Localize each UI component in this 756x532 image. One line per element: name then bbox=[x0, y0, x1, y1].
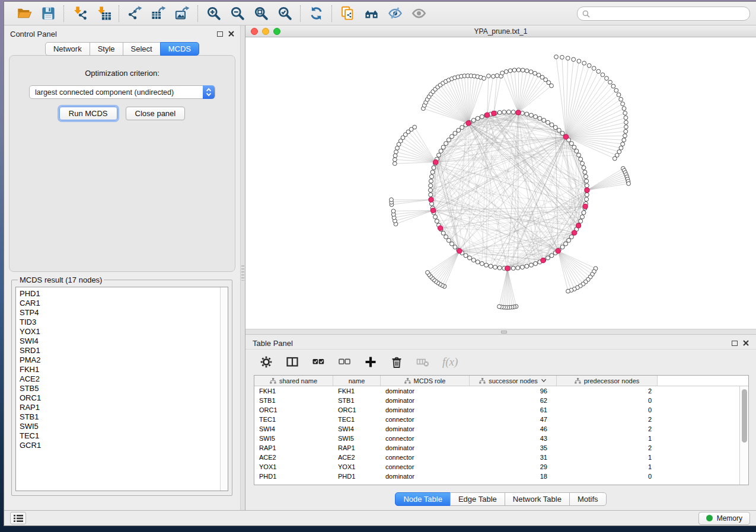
table-cell[interactable]: RAP1 bbox=[333, 444, 381, 451]
table-row[interactable]: RAP1RAP1dominator352 bbox=[254, 443, 748, 453]
mcds-result-item[interactable]: YOX1 bbox=[20, 327, 228, 336]
import-table-button[interactable] bbox=[94, 4, 113, 23]
table-cell[interactable]: YOX1 bbox=[333, 463, 381, 470]
export-network-button[interactable] bbox=[125, 4, 144, 23]
table-cell[interactable]: 35 bbox=[470, 444, 557, 451]
column-header-name[interactable]: name bbox=[333, 376, 381, 386]
mcds-result-item[interactable]: TEC1 bbox=[20, 431, 228, 441]
close-panel-icon[interactable] bbox=[228, 31, 234, 37]
table-cell[interactable]: 0 bbox=[557, 473, 658, 480]
window-minimize-icon[interactable] bbox=[262, 28, 269, 35]
show-graphics-details-button[interactable] bbox=[409, 4, 428, 23]
column-header-shared-name[interactable]: shared name bbox=[254, 376, 333, 386]
zoom-in-button[interactable] bbox=[204, 4, 223, 23]
table-cell[interactable]: SWI4 bbox=[333, 425, 381, 432]
table-cell[interactable]: connector bbox=[381, 463, 470, 470]
mcds-list-scrollbar[interactable] bbox=[220, 287, 228, 491]
mcds-result-list[interactable]: PHD1CAR1STP4TID3YOX1SWI4SRD1PMA2FKH1ACE2… bbox=[15, 287, 228, 491]
save-session-button[interactable] bbox=[39, 4, 58, 23]
table-cell[interactable]: SWI5 bbox=[333, 435, 381, 442]
table-scrollbar-thumb[interactable] bbox=[742, 389, 747, 443]
mcds-result-item[interactable]: STP4 bbox=[20, 308, 228, 318]
table-tab-motifs[interactable]: Motifs bbox=[569, 492, 607, 506]
mcds-result-item[interactable]: GCR1 bbox=[20, 441, 228, 450]
hide-graphics-details-button[interactable] bbox=[385, 4, 404, 23]
table-cell[interactable]: 31 bbox=[470, 454, 557, 461]
mcds-result-item[interactable]: SRD1 bbox=[20, 346, 228, 355]
deselect-all-button[interactable] bbox=[338, 355, 351, 368]
table-row[interactable]: STB1STB1dominator620 bbox=[254, 396, 748, 405]
import-network-button[interactable] bbox=[70, 4, 89, 23]
table-cell[interactable]: FKH1 bbox=[333, 387, 381, 395]
optimization-criterion-dropdown[interactable]: largest connected component (undirected) bbox=[29, 85, 215, 99]
table-cell[interactable]: TEC1 bbox=[333, 416, 381, 423]
table-tab-edge-table[interactable]: Edge Table bbox=[450, 492, 505, 506]
table-cell[interactable]: ACE2 bbox=[254, 454, 333, 461]
table-cell[interactable]: YOX1 bbox=[254, 463, 333, 470]
window-close-icon[interactable] bbox=[251, 28, 258, 35]
mcds-result-item[interactable]: FKH1 bbox=[20, 365, 228, 374]
table-cell[interactable]: 46 bbox=[470, 425, 557, 432]
zoom-out-button[interactable] bbox=[228, 4, 247, 23]
zoom-selected-button[interactable] bbox=[275, 4, 294, 23]
column-header-MCDS-role[interactable]: MCDS role bbox=[381, 376, 470, 386]
table-cell[interactable]: dominator bbox=[381, 397, 470, 404]
column-header-predecessor-nodes[interactable]: predecessor nodes bbox=[557, 376, 658, 386]
table-cell[interactable]: 0 bbox=[557, 397, 658, 404]
table-cell[interactable]: 47 bbox=[470, 416, 557, 423]
table-row[interactable]: TEC1TEC1connector472 bbox=[254, 415, 748, 424]
table-cell[interactable]: 43 bbox=[470, 435, 557, 442]
table-row[interactable]: ORC1ORC1dominator610 bbox=[254, 405, 748, 415]
table-cell[interactable]: STB1 bbox=[333, 397, 381, 404]
close-table-panel-icon[interactable] bbox=[743, 340, 749, 346]
table-cell[interactable]: SWI5 bbox=[254, 435, 333, 442]
mcds-result-item[interactable]: SWI4 bbox=[20, 336, 228, 346]
open-session-button[interactable] bbox=[15, 4, 34, 23]
column-header-successor-nodes[interactable]: successor nodes bbox=[470, 376, 557, 386]
table-cell[interactable]: 2 bbox=[557, 387, 658, 395]
mcds-result-item[interactable]: STB5 bbox=[20, 384, 228, 393]
add-row-button[interactable] bbox=[364, 355, 377, 368]
column-settings-button[interactable] bbox=[260, 355, 273, 368]
table-tab-network-table[interactable]: Network Table bbox=[505, 492, 570, 506]
mcds-result-item[interactable]: RAP1 bbox=[20, 403, 228, 412]
split-view-button[interactable] bbox=[286, 355, 299, 368]
mcds-result-item[interactable]: SWI5 bbox=[20, 422, 228, 431]
new-network-from-selection-button[interactable] bbox=[338, 4, 357, 23]
table-row[interactable]: SWI4SWI4dominator462 bbox=[254, 424, 748, 434]
mcds-result-item[interactable]: ORC1 bbox=[20, 393, 228, 403]
table-cell[interactable]: dominator bbox=[381, 444, 470, 451]
search-input[interactable] bbox=[593, 9, 745, 18]
table-row[interactable]: SWI5SWI5connector431 bbox=[254, 434, 748, 443]
table-cell[interactable]: 2 bbox=[557, 444, 658, 451]
memory-button[interactable]: Memory bbox=[698, 512, 750, 525]
table-cell[interactable]: connector bbox=[381, 435, 470, 442]
table-cell[interactable]: 62 bbox=[470, 397, 557, 404]
table-cell[interactable]: PHD1 bbox=[254, 473, 333, 480]
table-cell[interactable]: TEC1 bbox=[254, 416, 333, 423]
table-scrollbar[interactable] bbox=[739, 386, 748, 485]
mcds-result-item[interactable]: CAR1 bbox=[20, 299, 228, 308]
table-cell[interactable]: RAP1 bbox=[254, 444, 333, 451]
table-cell[interactable]: dominator bbox=[381, 425, 470, 432]
table-row[interactable]: ACE2ACE2connector311 bbox=[254, 453, 748, 462]
run-mcds-button[interactable]: Run MCDS bbox=[59, 107, 117, 120]
delete-row-button[interactable] bbox=[390, 355, 403, 368]
table-cell[interactable]: FKH1 bbox=[254, 387, 333, 395]
table-tab-node-table[interactable]: Node Table bbox=[395, 492, 451, 506]
table-cell[interactable]: 2 bbox=[557, 416, 658, 423]
table-cell[interactable]: 0 bbox=[557, 406, 658, 414]
network-canvas[interactable] bbox=[245, 37, 756, 329]
table-cell[interactable]: 96 bbox=[470, 387, 557, 395]
table-cell[interactable]: ACE2 bbox=[333, 454, 381, 461]
log-console-button[interactable] bbox=[10, 512, 26, 524]
float-table-panel-icon[interactable] bbox=[732, 341, 738, 346]
apply-preferred-layout-button[interactable] bbox=[307, 4, 326, 23]
table-cell[interactable]: ORC1 bbox=[254, 406, 333, 414]
tab-select[interactable]: Select bbox=[123, 42, 161, 56]
mcds-result-item[interactable]: ACE2 bbox=[20, 374, 228, 384]
zoom-fit-button[interactable] bbox=[251, 4, 270, 23]
table-cell[interactable]: dominator bbox=[381, 387, 470, 395]
table-cell[interactable]: SWI4 bbox=[254, 425, 333, 432]
table-row[interactable]: FKH1FKH1dominator962 bbox=[254, 386, 748, 396]
